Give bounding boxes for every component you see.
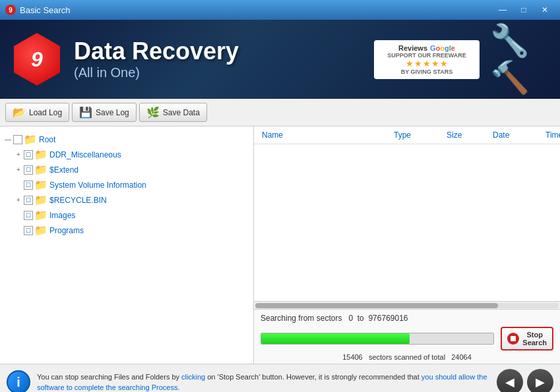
search-from-sector: 0: [348, 314, 353, 323]
column-time: Time: [543, 129, 560, 141]
save-log-icon: 💾: [79, 106, 92, 119]
file-scrollbar[interactable]: [254, 301, 560, 309]
tree-item-extend[interactable]: + ☐ 📁 $Extend: [3, 162, 251, 177]
search-to-sector: 976769016: [368, 314, 408, 323]
titlebar-controls: — □ ✕: [493, 3, 555, 16]
google-stars: ★★★★★: [406, 59, 449, 69]
footer-highlight-1: clicking: [181, 373, 205, 381]
column-size: Size: [444, 129, 490, 141]
stop-icon: [507, 333, 519, 345]
tree-label-svi: System Volume Information: [49, 181, 146, 190]
tree-item-programs[interactable]: ☐ 📁 Programs: [3, 223, 251, 238]
expand-icon-svi: [13, 180, 24, 190]
main-content: — 📁 Root + ☐ 📁 DDR_Miscellaneous + ☐ 📁 $…: [0, 126, 560, 364]
folder-icon-recycle: 📁: [34, 194, 47, 206]
stop-search-button[interactable]: StopSearch: [501, 327, 553, 350]
tree-item-svi[interactable]: ☐ 📁 System Volume Information: [3, 177, 251, 192]
tree-label-recycle: $RECYCLE.BIN: [49, 196, 107, 205]
folder-icon-images: 📁: [34, 209, 47, 221]
tools-icon: 🔧🔨: [490, 30, 549, 89]
sectors-line: 15406 sectors scanned of total 24064: [261, 353, 553, 361]
info-icon: i: [7, 370, 30, 392]
google-badge: Reviews Google SUPPORT OUR FREEWARE ★★★★…: [374, 40, 480, 79]
file-panel: Name Type Size Date Time Searching from …: [254, 126, 560, 364]
checkbox-images[interactable]: ☐: [24, 211, 33, 220]
search-progress-row: StopSearch: [261, 327, 553, 350]
expand-icon-images: [13, 210, 24, 221]
checkbox-svi[interactable]: ☐: [24, 181, 33, 190]
checkbox-root[interactable]: [13, 135, 22, 144]
save-log-label: Save Log: [96, 108, 129, 117]
expand-icon-programs: [13, 225, 24, 236]
app-icon: 9: [5, 5, 16, 15]
progress-bar-container: [261, 333, 494, 345]
google-badge-top: Reviews Google: [398, 44, 455, 52]
column-type: Type: [391, 129, 444, 141]
app-title: Data Recovery: [74, 38, 363, 65]
expand-icon-ddr: +: [13, 150, 24, 160]
tree-label-images: Images: [49, 211, 75, 220]
load-log-label: Load Log: [29, 108, 62, 117]
tree-item-ddr[interactable]: + ☐ 📁 DDR_Miscellaneous: [3, 147, 251, 162]
folder-icon-extend: 📁: [34, 163, 47, 176]
tree-panel[interactable]: — 📁 Root + ☐ 📁 DDR_Miscellaneous + ☐ 📁 $…: [0, 126, 254, 364]
tree-item-recycle[interactable]: + ☐ 📁 $RECYCLE.BIN: [3, 192, 251, 208]
checkbox-extend[interactable]: ☐: [24, 165, 33, 175]
tree-item-root[interactable]: — 📁 Root: [3, 132, 251, 147]
close-button[interactable]: ✕: [535, 3, 555, 16]
expand-icon-root: —: [3, 134, 13, 145]
footer-text: You can stop searching Files and Folders…: [37, 372, 490, 393]
folder-icon-root: 📁: [24, 133, 37, 146]
google-support-text: SUPPORT OUR FREEWARE: [387, 52, 466, 59]
save-data-label: Save Data: [163, 108, 200, 117]
scrollbar-thumb: [255, 303, 498, 308]
scrollbar-track[interactable]: [255, 303, 559, 308]
search-info-line: Searching from sectors 0 to 976769016: [261, 314, 553, 323]
maximize-button[interactable]: □: [514, 3, 534, 16]
expand-icon-recycle: +: [13, 195, 24, 206]
tree-label-programs: Programs: [49, 226, 84, 235]
footer: i You can stop searching Files and Folde…: [0, 364, 560, 392]
nav-forward-button[interactable]: ▶: [527, 369, 553, 392]
footer-highlight-2: you should allow the software to complet…: [37, 373, 487, 392]
titlebar-left: 9 Basic Search: [5, 5, 71, 15]
sectors-total: 24064: [451, 353, 472, 361]
titlebar: 9 Basic Search — □ ✕: [0, 0, 560, 20]
tree-item-images[interactable]: ☐ 📁 Images: [3, 208, 251, 223]
tree-label-ddr: DDR_Miscellaneous: [49, 150, 121, 159]
app-subtitle: (All in One): [74, 65, 363, 80]
footer-nav: ◀ ▶: [497, 369, 553, 392]
search-status: Searching from sectors 0 to 976769016 St…: [254, 309, 560, 364]
minimize-button[interactable]: —: [493, 3, 513, 16]
load-log-icon: 📂: [13, 106, 26, 119]
header-title: Data Recovery (All in One): [74, 38, 363, 81]
folder-icon-svi: 📁: [34, 179, 47, 191]
toolbar: 📂 Load Log 💾 Save Log 🌿 Save Data: [0, 99, 560, 126]
header-banner: 9 Data Recovery (All in One) Reviews Goo…: [0, 20, 560, 99]
save-data-button[interactable]: 🌿 Save Data: [139, 103, 207, 122]
save-data-icon: 🌿: [146, 106, 160, 119]
checkbox-ddr[interactable]: ☐: [24, 150, 33, 159]
stop-search-label: StopSearch: [522, 331, 547, 347]
save-log-button[interactable]: 💾 Save Log: [72, 103, 137, 122]
google-stars-label: BY GIVING STARS: [401, 69, 453, 75]
file-list-header: Name Type Size Date Time: [254, 126, 560, 144]
load-log-button[interactable]: 📂 Load Log: [5, 103, 69, 122]
google-text: Google: [430, 44, 455, 52]
google-reviews-label: Reviews: [398, 44, 427, 52]
nav-back-button[interactable]: ◀: [497, 369, 523, 392]
tree-label-root: Root: [39, 135, 55, 144]
column-date: Date: [490, 129, 543, 141]
tree-label-extend: $Extend: [49, 165, 78, 175]
checkbox-recycle[interactable]: ☐: [24, 196, 33, 205]
expand-icon-extend: +: [13, 165, 24, 175]
titlebar-title: Basic Search: [20, 5, 71, 15]
sectors-scanned: 15406: [342, 353, 363, 361]
column-name: Name: [259, 129, 391, 141]
progress-bar-fill: [261, 333, 410, 344]
logo-shape: 9: [14, 33, 60, 86]
folder-icon-programs: 📁: [34, 224, 47, 237]
file-rows: [254, 144, 560, 301]
checkbox-programs[interactable]: ☐: [24, 226, 33, 235]
folder-icon-ddr: 📁: [34, 148, 47, 161]
